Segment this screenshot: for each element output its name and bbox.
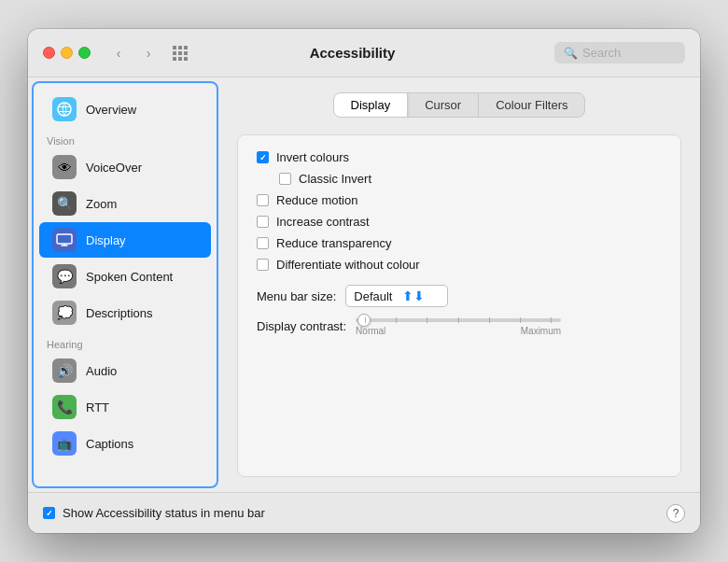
slider-max-label: Maximum bbox=[521, 326, 561, 336]
display-contrast-label: Display contrast: bbox=[257, 319, 346, 333]
reduce-transparency-checkbox[interactable] bbox=[257, 237, 269, 249]
voiceover-icon: 👁 bbox=[52, 155, 77, 179]
reduce-transparency-label: Reduce transparency bbox=[276, 236, 392, 250]
overview-icon bbox=[52, 97, 77, 121]
back-button[interactable]: ‹ bbox=[105, 43, 132, 63]
captions-icon: 📺 bbox=[52, 431, 77, 456]
tabs-container: Display Cursor Colour Filters bbox=[237, 92, 681, 118]
window-title: Accessibility bbox=[195, 45, 510, 61]
invert-colours-checkbox[interactable] bbox=[257, 151, 269, 163]
tab-colour-filters[interactable]: Colour Filters bbox=[479, 93, 584, 117]
reduce-motion-label: Reduce motion bbox=[276, 193, 357, 207]
slider-min-label: Normal bbox=[356, 326, 385, 336]
settings-area: Invert colours Classic Invert Reduce mot… bbox=[237, 134, 681, 477]
apps-grid-icon[interactable] bbox=[173, 46, 188, 61]
audio-icon: 🔊 bbox=[52, 358, 77, 383]
descriptions-icon: 💭 bbox=[52, 301, 77, 325]
search-input[interactable]: Search bbox=[582, 46, 676, 60]
differentiate-row: Differentiate without colour bbox=[257, 258, 662, 272]
sidebar-item-descriptions[interactable]: 💭 Descriptions bbox=[39, 295, 211, 330]
forward-button[interactable]: › bbox=[135, 43, 161, 63]
menubar-size-value: Default bbox=[354, 289, 392, 303]
nav-buttons: ‹ › bbox=[105, 43, 161, 63]
main-window: ‹ › Accessibility 🔍 Search bbox=[28, 29, 700, 533]
tab-display[interactable]: Display bbox=[334, 93, 409, 117]
menubar-size-select[interactable]: Default ⬆⬇ bbox=[345, 285, 448, 307]
bottom-checkbox-area: Show Accessibility status in menu bar bbox=[43, 506, 666, 520]
increase-contrast-row: Increase contrast bbox=[257, 215, 662, 229]
sidebar-item-label-descriptions: Descriptions bbox=[86, 306, 153, 320]
invert-colours-row: Invert colours bbox=[257, 150, 662, 164]
spoken-content-icon: 💬 bbox=[52, 264, 77, 288]
tab-group: Display Cursor Colour Filters bbox=[333, 92, 586, 118]
contrast-slider-track bbox=[356, 318, 561, 322]
sidebar-item-display[interactable]: Display bbox=[39, 222, 211, 258]
classic-invert-row: Classic Invert bbox=[257, 172, 662, 186]
sidebar: Overview Vision 👁 VoiceOver 🔍 Zoom bbox=[32, 81, 218, 488]
zoom-icon: 🔍 bbox=[52, 191, 77, 216]
maximize-button[interactable] bbox=[78, 47, 91, 59]
bottom-bar: Show Accessibility status in menu bar ? bbox=[28, 492, 700, 533]
search-icon: 🔍 bbox=[564, 47, 578, 60]
status-menubar-label: Show Accessibility status in menu bar bbox=[63, 506, 265, 520]
increase-contrast-checkbox[interactable] bbox=[257, 216, 269, 228]
menubar-size-row: Menu bar size: Default ⬆⬇ bbox=[257, 285, 662, 307]
help-button[interactable]: ? bbox=[666, 504, 685, 523]
differentiate-checkbox[interactable] bbox=[257, 259, 269, 271]
sidebar-section-vision: Vision bbox=[34, 128, 217, 148]
increase-contrast-label: Increase contrast bbox=[276, 215, 370, 229]
sidebar-item-overview[interactable]: Overview bbox=[39, 91, 211, 127]
sidebar-item-spoken-content[interactable]: 💬 Spoken Content bbox=[39, 259, 211, 294]
sidebar-item-audio[interactable]: 🔊 Audio bbox=[39, 353, 211, 388]
svg-point-0 bbox=[58, 103, 71, 116]
sidebar-item-voiceover[interactable]: 👁 VoiceOver bbox=[39, 149, 211, 185]
search-bar[interactable]: 🔍 Search bbox=[554, 42, 685, 63]
svg-rect-1 bbox=[57, 234, 72, 244]
sidebar-item-label-zoom: Zoom bbox=[86, 197, 117, 211]
rtt-icon: 📞 bbox=[52, 395, 77, 419]
sidebar-item-label-overview: Overview bbox=[86, 103, 136, 117]
sidebar-section-hearing: Hearing bbox=[34, 331, 217, 352]
slider-range-labels: Normal Maximum bbox=[356, 326, 561, 336]
differentiate-label: Differentiate without colour bbox=[276, 258, 420, 272]
sidebar-item-label-audio: Audio bbox=[86, 364, 117, 378]
sidebar-item-rtt[interactable]: 📞 RTT bbox=[39, 389, 211, 425]
sidebar-item-label-spoken: Spoken Content bbox=[86, 270, 173, 284]
minimize-button[interactable] bbox=[61, 47, 73, 59]
menubar-size-label: Menu bar size: bbox=[257, 289, 336, 303]
reduce-motion-checkbox[interactable] bbox=[257, 194, 269, 206]
sidebar-item-label-display: Display bbox=[86, 233, 126, 247]
close-button[interactable] bbox=[43, 47, 55, 59]
sidebar-item-captions[interactable]: 📺 Captions bbox=[39, 426, 211, 461]
select-arrows-icon: ⬆⬇ bbox=[402, 288, 425, 303]
titlebar: ‹ › Accessibility 🔍 Search bbox=[28, 29, 700, 77]
traffic-lights bbox=[43, 47, 91, 59]
contrast-label-row: Display contrast: bbox=[257, 316, 662, 336]
display-icon bbox=[52, 228, 77, 252]
invert-colours-label: Invert colours bbox=[276, 150, 349, 164]
status-menubar-checkbox[interactable] bbox=[43, 507, 55, 519]
reduce-transparency-row: Reduce transparency bbox=[257, 236, 662, 250]
sidebar-item-label-captions: Captions bbox=[86, 437, 133, 451]
display-contrast-row: Display contrast: bbox=[257, 316, 662, 338]
classic-invert-label: Classic Invert bbox=[299, 172, 371, 186]
classic-invert-checkbox[interactable] bbox=[279, 173, 291, 185]
main-panel: Display Cursor Colour Filters Invert col… bbox=[218, 77, 700, 492]
reduce-motion-row: Reduce motion bbox=[257, 193, 662, 207]
tab-cursor[interactable]: Cursor bbox=[408, 93, 479, 117]
sidebar-item-label-rtt: RTT bbox=[86, 400, 109, 414]
sidebar-item-zoom[interactable]: 🔍 Zoom bbox=[39, 186, 211, 221]
content-area: Overview Vision 👁 VoiceOver 🔍 Zoom bbox=[28, 77, 700, 492]
sidebar-item-label-voiceover: VoiceOver bbox=[86, 161, 142, 175]
